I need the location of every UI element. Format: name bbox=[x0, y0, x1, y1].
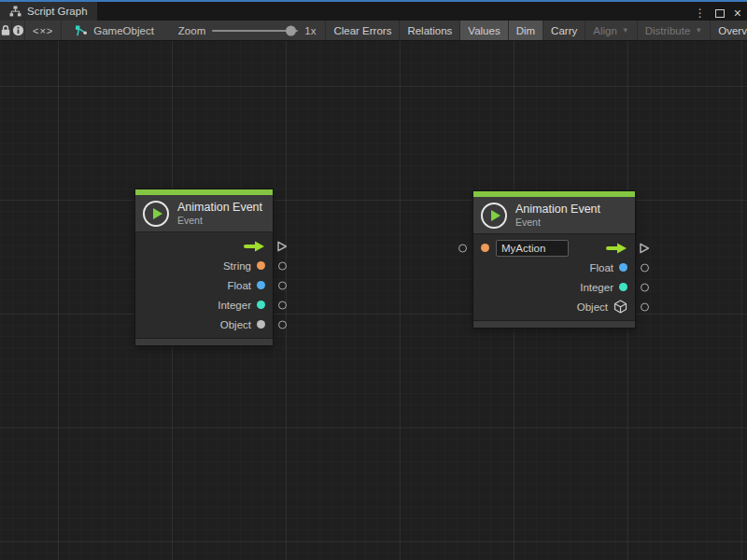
output-row-string: String bbox=[135, 256, 273, 275]
graph-target-label: GameObject bbox=[93, 25, 154, 36]
float-output-port[interactable] bbox=[278, 281, 287, 289]
output-row-float: Float bbox=[473, 258, 635, 277]
integer-output-port[interactable] bbox=[278, 301, 287, 309]
info-icon bbox=[12, 24, 24, 36]
animation-event-node-1[interactable]: Animation Event Event bbox=[135, 189, 273, 345]
node-subtitle: Event bbox=[515, 217, 600, 229]
distribute-button[interactable]: Distribute ▼ bbox=[638, 21, 712, 40]
float-type-icon bbox=[257, 281, 265, 289]
script-graph-window: Script Graph ⋮ × bbox=[0, 0, 747, 560]
node-header[interactable]: Animation Event Event bbox=[473, 197, 635, 234]
overview-label: Overview bbox=[718, 25, 747, 36]
node-title: Animation Event bbox=[515, 203, 600, 217]
graph-hierarchy-icon bbox=[9, 6, 21, 17]
float-output-port[interactable] bbox=[641, 263, 649, 272]
event-name-input[interactable] bbox=[496, 240, 569, 257]
integer-output-port[interactable] bbox=[641, 283, 649, 291]
zoom-slider[interactable] bbox=[212, 30, 298, 32]
carry-button[interactable]: Carry bbox=[543, 21, 585, 40]
window-controls: ⋮ × bbox=[695, 4, 741, 22]
distribute-label: Distribute bbox=[645, 25, 691, 36]
node-footer bbox=[135, 338, 273, 345]
flow-output-port[interactable] bbox=[639, 242, 650, 254]
values-button[interactable]: Values bbox=[460, 21, 508, 40]
port-label: Integer bbox=[218, 300, 251, 311]
port-label: String bbox=[223, 260, 251, 272]
chevron-down-icon: ▼ bbox=[622, 26, 629, 35]
clear-errors-button[interactable]: Clear Errors bbox=[326, 21, 400, 40]
dim-label: Dim bbox=[516, 25, 535, 36]
close-icon[interactable]: × bbox=[734, 7, 741, 20]
dim-button[interactable]: Dim bbox=[509, 21, 543, 40]
zoom-label: Zoom bbox=[178, 25, 205, 36]
lock-icon bbox=[0, 24, 11, 36]
node-header[interactable]: Animation Event Event bbox=[135, 195, 273, 232]
string-type-icon bbox=[481, 244, 489, 252]
port-label: Integer bbox=[580, 282, 613, 293]
object-output-port[interactable] bbox=[641, 302, 649, 311]
tab-bar: Script Graph ⋮ × bbox=[0, 2, 747, 21]
zoom-slider-handle[interactable] bbox=[286, 25, 296, 35]
zoom-control: Zoom 1x bbox=[169, 21, 327, 40]
overview-button[interactable]: Overview bbox=[711, 21, 747, 40]
flow-arrow-icon bbox=[606, 243, 627, 254]
output-row-integer: Integer bbox=[473, 277, 635, 297]
port-label: Object bbox=[577, 301, 608, 313]
window-menu-icon[interactable]: ⋮ bbox=[695, 7, 706, 19]
align-button[interactable]: Align ▼ bbox=[585, 21, 638, 40]
object-output-port[interactable] bbox=[278, 320, 287, 329]
flow-output-port[interactable] bbox=[276, 240, 288, 252]
node-subtitle: Event bbox=[177, 215, 262, 227]
zoom-value: 1x bbox=[304, 25, 316, 36]
tab-title: Script Graph bbox=[27, 6, 88, 17]
output-row-object: Object bbox=[135, 315, 273, 334]
object-type-icon bbox=[257, 320, 265, 329]
port-label: Float bbox=[227, 280, 251, 291]
integer-type-icon bbox=[619, 283, 627, 291]
relations-button[interactable]: Relations bbox=[400, 21, 460, 40]
animation-event-node-2[interactable]: Animation Event Event bbox=[473, 191, 635, 328]
maximize-icon[interactable] bbox=[715, 9, 725, 18]
carry-label: Carry bbox=[551, 25, 577, 36]
graph-target[interactable]: GameObject bbox=[62, 21, 165, 40]
float-type-icon bbox=[619, 263, 627, 272]
event-play-icon bbox=[143, 201, 169, 227]
event-play-icon bbox=[481, 203, 507, 229]
string-type-icon bbox=[257, 261, 265, 270]
code-preview-toggle[interactable]: <×> bbox=[25, 21, 62, 40]
script-machine-icon bbox=[75, 24, 88, 37]
chevron-down-icon: ▼ bbox=[695, 26, 702, 35]
info-button[interactable] bbox=[12, 21, 25, 40]
name-input-row bbox=[473, 238, 635, 258]
string-output-port[interactable] bbox=[278, 261, 287, 270]
name-input-port[interactable] bbox=[458, 244, 467, 252]
output-row-integer: Integer bbox=[135, 295, 273, 315]
relations-label: Relations bbox=[407, 25, 452, 36]
node-footer bbox=[473, 320, 635, 328]
output-row-float: Float bbox=[135, 275, 273, 295]
flow-arrow-icon bbox=[244, 241, 265, 252]
node-body: String Float Integer Object bbox=[135, 232, 273, 338]
cube-icon bbox=[613, 300, 627, 314]
flow-output-row bbox=[135, 236, 273, 256]
port-label: Float bbox=[589, 262, 613, 273]
lock-button[interactable] bbox=[0, 21, 12, 40]
node-body: Float Integer Object bbox=[473, 234, 635, 320]
graph-canvas[interactable]: Animation Event Event bbox=[0, 41, 747, 560]
tab-script-graph[interactable]: Script Graph bbox=[0, 2, 97, 21]
integer-type-icon bbox=[257, 301, 265, 309]
clear-errors-label: Clear Errors bbox=[333, 25, 391, 36]
values-label: Values bbox=[468, 25, 500, 36]
port-label: Object bbox=[220, 319, 251, 330]
align-label: Align bbox=[593, 25, 617, 36]
output-row-object: Object bbox=[473, 297, 635, 316]
node-title: Animation Event bbox=[177, 201, 262, 215]
graph-toolbar: <×> GameObject Zoom 1x Clear Errors Rela… bbox=[0, 21, 747, 41]
